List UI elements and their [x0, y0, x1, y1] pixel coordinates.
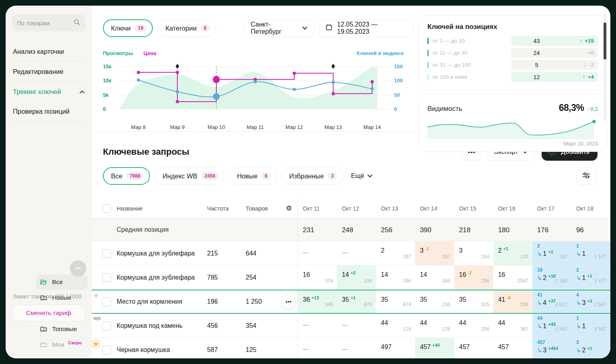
visibility-value: 68,3% — [559, 102, 584, 113]
x-axis-label: Мар 8 — [131, 124, 146, 130]
row-checkbox[interactable] — [102, 321, 111, 330]
table-settings-button[interactable] — [577, 167, 596, 185]
column-frequency: Частота — [207, 205, 246, 212]
tab-categories[interactable]: Категории 8 — [158, 19, 216, 37]
no-position-dash: — — [303, 249, 309, 256]
date-cell: 1↳11 577 — [571, 241, 610, 265]
previous-position: 4 — [576, 292, 579, 298]
enter-arrow-icon: ↳ — [537, 274, 542, 282]
position-value: 2 — [543, 274, 546, 282]
star-icon: ★ — [93, 292, 99, 299]
summary-value: 248 — [337, 219, 376, 241]
products-value: 1 250 — [246, 298, 286, 305]
gear-icon[interactable]: ⚙ — [286, 204, 298, 213]
products-count: 367 — [517, 325, 528, 335]
row-checkbox[interactable] — [102, 346, 111, 354]
date-cell: 3-1267 — [415, 241, 454, 265]
page-title: Ключевые запросы — [103, 147, 462, 157]
vertical-scrollbar[interactable] — [604, 14, 606, 121]
enter-arrow-icon: ↳ — [576, 299, 581, 307]
tab-keys[interactable]: Ключи 19 — [103, 19, 153, 37]
date-cell: 1↳13 587 — [571, 314, 610, 337]
date-cell: 162547 — [493, 266, 532, 289]
date-cell: 41-6256 — [493, 290, 532, 313]
range-bar — [427, 50, 429, 56]
previous-position: 1 — [576, 315, 579, 321]
date-cell: 16-2256 — [454, 266, 493, 289]
filter-favorites[interactable]: Избранные 3 — [281, 167, 343, 185]
search-input[interactable]: По товарам — [12, 14, 85, 31]
main-chart[interactable] — [117, 61, 394, 122]
top-section: Ключи 19 Категории 8 Санкт-Петербург 12.… — [92, 6, 610, 132]
position-value: 457 — [498, 344, 509, 351]
scrollbar-thumb[interactable] — [604, 22, 606, 59]
enter-arrow-icon: ↳ — [576, 347, 581, 354]
sidebar-item-editing[interactable]: Редактирование — [12, 62, 85, 82]
city-select[interactable]: Санкт-Петербург — [244, 19, 314, 37]
legend-views[interactable]: Просмотры — [103, 50, 133, 56]
table-row: ★Место для кормления1961 250•••36+133453… — [92, 290, 610, 314]
date-cell: 2↳1+1187 — [532, 241, 571, 265]
positions-card: Ключей на позициях от 1 — до 10 43 ↑+15 … — [418, 15, 607, 90]
filter-new[interactable]: Новые 8 — [229, 167, 277, 185]
position-value: 3 — [582, 299, 585, 307]
up-arrow-icon: ↑ — [586, 106, 589, 112]
position-value: 457 — [459, 344, 470, 351]
positions-row: от 1 — до 10 43 ↑+15 — [427, 36, 598, 46]
filter-more[interactable]: Ещё — [351, 172, 372, 180]
products-count: 187 — [556, 253, 567, 263]
position-value: 14 — [381, 271, 388, 278]
products-value: 125 — [246, 346, 286, 354]
row-checkbox[interactable] — [102, 297, 111, 306]
position-value: 3 — [420, 247, 423, 254]
position-value: 44 — [459, 319, 466, 327]
products-count: 256 — [478, 325, 489, 335]
date-cell: 2267 — [376, 241, 415, 265]
date-cell: 36+13345 — [298, 290, 337, 313]
products-count: 256 — [478, 277, 489, 287]
date-cell: 457↳3+454 — [532, 338, 571, 358]
products-count: 128 — [439, 325, 450, 335]
summary-value: 218 — [454, 219, 493, 241]
enter-arrow-icon: ↳ — [537, 299, 542, 307]
chart-controls: Ключи 19 Категории 8 Санкт-Петербург 12.… — [103, 19, 413, 37]
filter-wb-index[interactable]: Индекс WB 2456 — [155, 167, 224, 185]
scroll-top-button[interactable] — [70, 260, 86, 276]
sidebar-item-position-check[interactable]: Проверка позиций — [12, 102, 85, 121]
table-header-row: Название Частота Товаров ⚙ Окт 11 Окт 12… — [92, 198, 610, 219]
sidebar-item-top[interactable]: Топовые — [36, 321, 88, 337]
products-count: 2 547 — [552, 325, 567, 335]
table-row: ★Черная кормушка587125——497457+404574574… — [92, 338, 610, 358]
legend-price[interactable]: Цена — [144, 50, 156, 56]
no-position-dash: — — [303, 321, 309, 328]
date-range-picker[interactable]: 12.05.2023 — 19.05.2023 — [319, 19, 413, 37]
summary-label: Средняя позиция — [117, 226, 168, 233]
sidebar-item-key-tracking[interactable]: Трекинг ключей — [12, 82, 85, 102]
products-count: 515 — [478, 301, 489, 311]
date-cell: — — [298, 314, 337, 337]
products-count: 120 — [517, 253, 528, 263]
folder-heart-icon — [40, 326, 47, 332]
summary-value: 176 — [532, 219, 571, 241]
date-cell: 44128 — [415, 314, 454, 337]
position-value: 497 — [381, 344, 392, 351]
row-menu-button[interactable]: ••• — [281, 294, 296, 309]
sidebar-item-my[interactable]: Мои Скоро — [36, 337, 88, 352]
sidebar-nav: Анализ карточки Редактирование Трекинг к… — [12, 42, 85, 122]
sidebar-item-card-analysis[interactable]: Анализ карточки — [12, 42, 85, 61]
sidebar-item-all[interactable]: Все — [36, 274, 88, 290]
change-tariff-button[interactable]: Сменить тариф — [12, 305, 85, 321]
app-window: По товарам Анализ карточки Редактировани… — [6, 6, 610, 358]
filter-all[interactable]: Все 7988 — [103, 167, 150, 185]
keywords-table: Название Частота Товаров ⚙ Окт 11 Окт 12… — [92, 198, 610, 358]
column-name: Название — [117, 205, 207, 212]
select-all-checkbox[interactable] — [102, 204, 111, 213]
positions-title: Ключей на позициях — [427, 23, 598, 31]
visibility-sparkline — [427, 117, 598, 140]
position-value: 44 — [381, 319, 388, 327]
date-cell: 3↳2+1 — [571, 338, 610, 358]
legend-index[interactable]: Ключей в индексе — [357, 50, 404, 56]
row-checkbox[interactable] — [102, 249, 111, 258]
position-value: 4 — [543, 299, 546, 307]
row-checkbox[interactable] — [102, 273, 111, 282]
